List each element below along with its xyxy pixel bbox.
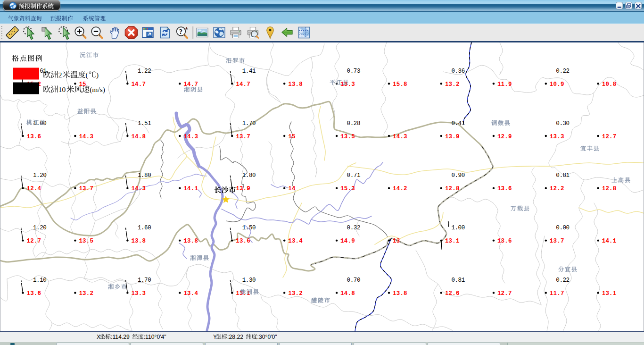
svg-text:14.8: 14.8	[131, 134, 146, 140]
svg-text:14.3: 14.3	[183, 134, 198, 140]
svg-text:10.9: 10.9	[550, 81, 564, 88]
svg-text:0.81: 0.81	[451, 277, 464, 284]
svg-text:13.2: 13.2	[445, 81, 460, 88]
svg-text:0.22: 0.22	[556, 277, 569, 284]
svg-text:12.6: 12.6	[445, 290, 460, 297]
svg-text:13: 13	[393, 238, 400, 244]
svg-text:1.41: 1.41	[242, 68, 256, 75]
svg-text:2: 2	[58, 71, 62, 79]
svg-text::114.29: :114.29	[111, 334, 130, 340]
svg-text:13.5: 13.5	[340, 134, 355, 140]
svg-text:12.7: 12.7	[27, 238, 41, 244]
svg-text:13.9: 13.9	[445, 134, 460, 140]
svg-text:13.4: 13.4	[288, 238, 303, 244]
svg-text:13.1: 13.1	[445, 238, 460, 244]
svg-text:0.00: 0.00	[556, 225, 569, 231]
svg-text:0.28: 0.28	[347, 120, 360, 127]
svg-text:13.2: 13.2	[79, 290, 93, 297]
svg-text:12.8: 12.8	[445, 185, 460, 192]
svg-text:12.2: 12.2	[550, 185, 564, 192]
svg-text:1.70: 1.70	[242, 120, 256, 127]
svg-text:1.30: 1.30	[242, 277, 256, 284]
svg-text:13.9: 13.9	[236, 185, 250, 192]
svg-text:13.6: 13.6	[27, 290, 41, 297]
svg-text:12.7: 12.7	[497, 290, 512, 297]
svg-text:1.20: 1.20	[33, 172, 46, 179]
svg-text:?: ?	[179, 28, 182, 35]
svg-text:0.30: 0.30	[556, 120, 569, 127]
svg-text:1.50: 1.50	[242, 225, 256, 231]
svg-text:13.3: 13.3	[131, 290, 146, 297]
svg-text:14.9: 14.9	[340, 238, 355, 244]
svg-text:0.32: 0.32	[347, 225, 360, 231]
svg-text:13.6: 13.6	[236, 238, 250, 244]
svg-text:15: 15	[288, 134, 295, 140]
svg-text::110°0'4": :110°0'4"	[144, 334, 166, 340]
svg-text:13.8: 13.8	[131, 238, 146, 244]
svg-text:1.80: 1.80	[242, 172, 256, 179]
svg-text:1.51: 1.51	[138, 120, 151, 127]
svg-text:13.1: 13.1	[236, 290, 250, 297]
svg-text:11.7: 11.7	[550, 290, 564, 297]
svg-text:11.9: 11.9	[497, 81, 512, 88]
svg-text:0.90: 0.90	[451, 172, 464, 179]
svg-text:1.00: 1.00	[451, 225, 464, 231]
svg-text::28.22: :28.22	[227, 334, 243, 340]
svg-text:(m/s): (m/s)	[90, 85, 105, 94]
svg-text:(: (	[86, 71, 88, 79]
svg-text:14.3: 14.3	[131, 185, 146, 192]
svg-text:0.36: 0.36	[451, 68, 464, 75]
svg-text:0.41: 0.41	[451, 120, 464, 127]
svg-text:1.20: 1.20	[33, 225, 46, 231]
svg-text:0.22: 0.22	[556, 68, 569, 75]
svg-text:14.7: 14.7	[236, 81, 250, 88]
svg-text:1.70: 1.70	[138, 277, 151, 284]
svg-text:14.3: 14.3	[393, 134, 407, 140]
svg-text:13.8: 13.8	[393, 290, 407, 297]
svg-text:1.10: 1.10	[33, 277, 46, 284]
svg-text:12.9: 12.9	[497, 134, 512, 140]
svg-text:): )	[96, 71, 99, 79]
svg-text:1.80: 1.80	[138, 172, 151, 179]
svg-text:13.6: 13.6	[497, 185, 512, 192]
svg-text:0.73: 0.73	[347, 68, 360, 75]
svg-text:12.7: 12.7	[602, 134, 617, 140]
svg-text:13.7: 13.7	[79, 185, 93, 192]
svg-text:13.2: 13.2	[288, 290, 303, 297]
svg-text:13.8: 13.8	[288, 81, 303, 88]
svg-text:0.70: 0.70	[347, 277, 360, 284]
svg-text:14: 14	[288, 185, 296, 192]
svg-text:±: ±	[185, 26, 188, 31]
svg-text:14.3: 14.3	[79, 134, 93, 140]
svg-text:1.60: 1.60	[138, 225, 151, 231]
svg-text:15.3: 15.3	[340, 185, 355, 192]
svg-text:0.71: 0.71	[347, 172, 360, 179]
svg-text:13.4: 13.4	[183, 290, 198, 297]
svg-text:13.7: 13.7	[550, 238, 564, 244]
svg-text:1.22: 1.22	[138, 68, 151, 75]
svg-text:13.5: 13.5	[79, 238, 93, 244]
svg-text:13.6: 13.6	[497, 238, 512, 244]
svg-text:13.8: 13.8	[183, 238, 198, 244]
svg-text:14.1: 14.1	[602, 238, 617, 244]
svg-text:13.6: 13.6	[27, 134, 41, 140]
svg-text:10.8: 10.8	[602, 81, 617, 88]
svg-text:14.7: 14.7	[183, 81, 198, 88]
svg-text:13.1: 13.1	[602, 290, 617, 297]
svg-text:15.8: 15.8	[393, 81, 407, 88]
svg-text:12.8: 12.8	[602, 185, 617, 192]
svg-text:10: 10	[58, 85, 66, 93]
svg-text:13.7: 13.7	[236, 134, 250, 140]
svg-text:14.1: 14.1	[183, 185, 198, 192]
svg-text:12.4: 12.4	[27, 185, 41, 192]
svg-text:14.7: 14.7	[131, 81, 146, 88]
svg-text:14.8: 14.8	[340, 290, 355, 297]
svg-text::30°0'0": :30°0'0"	[257, 334, 277, 340]
svg-text:14.2: 14.2	[393, 185, 407, 192]
svg-text:0.81: 0.81	[556, 172, 569, 179]
svg-text:13.3: 13.3	[550, 134, 564, 140]
